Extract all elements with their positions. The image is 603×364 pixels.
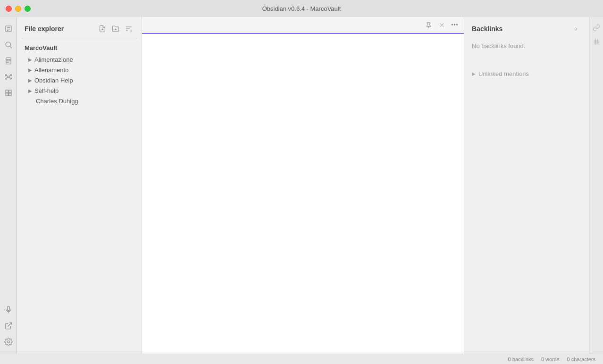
more-options-button[interactable] <box>450 20 460 30</box>
statusbar: 0 backlinks 0 words 0 characters <box>0 354 603 364</box>
svg-line-25 <box>8 323 11 326</box>
right-icon-bar <box>589 17 603 354</box>
svg-rect-23 <box>7 306 9 311</box>
statusbar-right: 0 backlinks 0 words 0 characters <box>508 356 595 362</box>
backlinks-title: Backlinks <box>472 25 502 33</box>
backlinks-expand-button[interactable] <box>571 24 581 34</box>
svg-rect-20 <box>8 90 11 92</box>
file-tree: MarcoVault ▶ Alimentazione ▶ Allenamento… <box>17 38 142 354</box>
folder-arrow-obsidian-help: ▶ <box>28 78 32 83</box>
statusbar-words: 0 words <box>541 356 560 362</box>
editor-area <box>142 17 464 354</box>
new-folder-button[interactable] <box>110 24 121 34</box>
grid-icon[interactable] <box>2 86 15 99</box>
backlinks-panel-button[interactable] <box>591 22 602 33</box>
pin-button[interactable] <box>423 20 434 30</box>
new-file-button[interactable] <box>97 24 108 34</box>
sidebar-actions <box>97 24 134 34</box>
unlinked-arrow-icon: ▶ <box>472 71 476 76</box>
mic-icon[interactable] <box>2 303 15 316</box>
sidebar-header: File explorer <box>17 17 142 38</box>
tags-panel-button[interactable] <box>591 36 602 48</box>
svg-line-17 <box>7 77 8 78</box>
svg-rect-19 <box>6 90 8 92</box>
close-tab-button[interactable] <box>436 20 447 30</box>
notes-icon[interactable] <box>2 22 15 35</box>
file-item-charles-duhigg[interactable]: Charles Duhigg <box>19 96 140 106</box>
svg-line-39 <box>595 39 595 45</box>
editor-tabs <box>142 17 464 34</box>
svg-rect-22 <box>8 93 11 96</box>
backlinks-header: Backlinks <box>464 17 589 39</box>
vault-name: MarcoVault <box>17 43 142 53</box>
svg-line-15 <box>7 75 8 76</box>
folder-arrow-self-help: ▶ <box>28 88 32 93</box>
sort-button[interactable] <box>124 24 134 34</box>
statusbar-backlinks: 0 backlinks <box>508 356 534 362</box>
svg-point-11 <box>5 74 7 76</box>
traffic-lights <box>6 6 31 12</box>
tab-actions <box>423 20 460 30</box>
svg-line-18 <box>9 77 10 78</box>
sidebar-title: File explorer <box>25 25 64 33</box>
maximize-button[interactable] <box>25 6 31 12</box>
svg-line-40 <box>597 39 597 45</box>
unlinked-mentions-label: Unlinked mentions <box>478 70 529 77</box>
titlebar: Obsidian v0.6.4 - MarcoVault <box>0 0 603 17</box>
folder-arrow-allenamento: ▶ <box>28 67 32 73</box>
close-button[interactable] <box>6 6 12 12</box>
statusbar-characters: 0 characters <box>567 356 595 362</box>
folder-item-alimentazione[interactable]: ▶ Alimentazione <box>19 55 140 65</box>
account-icon[interactable] <box>2 319 15 332</box>
folder-arrow-alimentazione: ▶ <box>28 57 32 62</box>
window-title: Obsidian v0.6.4 - MarcoVault <box>262 5 341 12</box>
bookmarks-icon[interactable] <box>2 54 15 67</box>
activity-bar <box>0 17 17 354</box>
backlinks-empty-message: No backlinks found. <box>464 39 589 53</box>
folder-item-obsidian-help[interactable]: ▶ Obsidian Help <box>19 75 140 85</box>
svg-point-13 <box>5 78 7 79</box>
settings-icon[interactable] <box>2 335 15 348</box>
svg-point-4 <box>6 42 11 47</box>
search-icon[interactable] <box>2 38 15 51</box>
folder-item-self-help[interactable]: ▶ Self-help <box>19 86 140 96</box>
graph-icon[interactable] <box>2 70 15 83</box>
minimize-button[interactable] <box>15 6 21 12</box>
unlinked-mentions-section[interactable]: ▶ Unlinked mentions <box>464 66 589 81</box>
folder-item-allenamento[interactable]: ▶ Allenamento <box>19 65 140 75</box>
editor-content[interactable] <box>142 34 464 354</box>
file-explorer-sidebar: File explorer MarcoVault ▶ Alimentazione <box>17 17 142 354</box>
app-body: File explorer MarcoVault ▶ Alimentazione <box>0 17 603 354</box>
svg-point-14 <box>10 78 11 79</box>
svg-point-26 <box>7 341 9 343</box>
svg-point-12 <box>10 74 11 76</box>
backlinks-sidebar: Backlinks No backlinks found. ▶ Unlinked… <box>464 17 589 354</box>
svg-line-16 <box>9 75 10 76</box>
link-icon-button[interactable] <box>464 53 475 64</box>
svg-point-10 <box>8 76 9 78</box>
svg-rect-21 <box>6 93 8 96</box>
svg-line-5 <box>10 46 11 48</box>
